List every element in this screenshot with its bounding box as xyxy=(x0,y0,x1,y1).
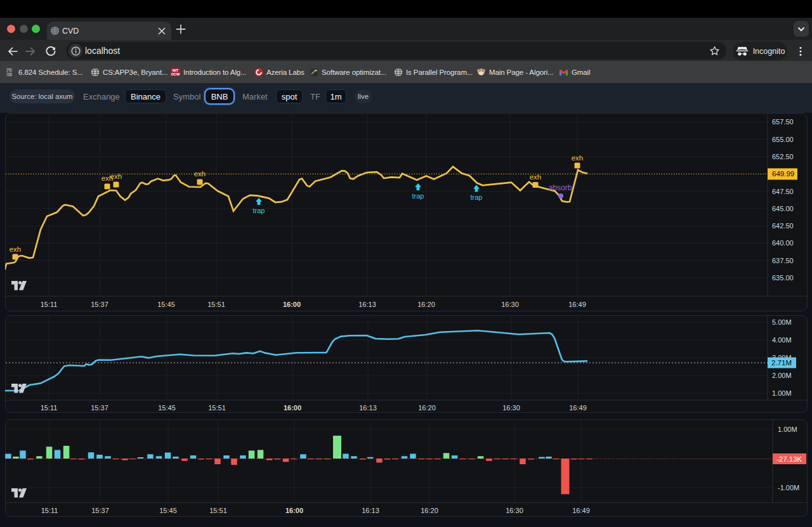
svg-text:exh: exh xyxy=(110,172,122,180)
svg-text:15:11: 15:11 xyxy=(41,301,58,308)
svg-text:652.50: 652.50 xyxy=(772,153,794,160)
svg-text:trap: trap xyxy=(412,192,424,200)
svg-text:OS: OS xyxy=(7,72,13,77)
svg-text:16:20: 16:20 xyxy=(421,507,438,514)
svg-text:5.00M: 5.00M xyxy=(772,318,792,326)
svg-text:635.00: 635.00 xyxy=(772,274,794,282)
svg-text:1.00M: 1.00M xyxy=(778,426,797,433)
svg-text:15:37: 15:37 xyxy=(91,404,108,412)
svg-text:16:49: 16:49 xyxy=(569,404,587,412)
svg-text:15:37: 15:37 xyxy=(91,301,108,308)
svg-text:trap: trap xyxy=(471,193,483,201)
svg-text:15:11: 15:11 xyxy=(41,507,58,514)
svg-text:15:51: 15:51 xyxy=(207,301,225,308)
svg-text:15:11: 15:11 xyxy=(41,404,58,412)
svg-text:OCW: OCW xyxy=(171,72,180,76)
svg-text:16:20: 16:20 xyxy=(417,301,435,308)
svg-text:-27.13K: -27.13K xyxy=(776,455,802,463)
svg-text:16:00: 16:00 xyxy=(283,301,301,308)
svg-text:16:49: 16:49 xyxy=(568,301,586,308)
svg-text:15:45: 15:45 xyxy=(158,404,176,412)
svg-text:absorb: absorb xyxy=(549,183,572,192)
svg-text:2.00M: 2.00M xyxy=(772,372,792,379)
svg-text:16:30: 16:30 xyxy=(502,404,520,412)
svg-text:637.50: 637.50 xyxy=(772,257,794,264)
svg-text:640.00: 640.00 xyxy=(772,239,794,247)
svg-text:exh: exh xyxy=(530,173,542,181)
svg-text:16:13: 16:13 xyxy=(359,404,377,412)
svg-text:16:49: 16:49 xyxy=(572,507,590,514)
svg-text:4.00M: 4.00M xyxy=(772,336,792,344)
svg-text:1.00M: 1.00M xyxy=(772,389,792,397)
svg-text:16:30: 16:30 xyxy=(506,507,523,514)
svg-text:16:20: 16:20 xyxy=(418,404,436,412)
svg-text:16:13: 16:13 xyxy=(358,301,376,308)
svg-text:649.99: 649.99 xyxy=(772,170,794,178)
svg-text:exh: exh xyxy=(10,245,22,253)
svg-text:15:45: 15:45 xyxy=(157,301,175,308)
svg-text:16:00: 16:00 xyxy=(285,507,303,514)
svg-text:655.00: 655.00 xyxy=(772,136,794,143)
svg-text:exh: exh xyxy=(572,154,584,162)
svg-text:647.50: 647.50 xyxy=(772,188,794,195)
svg-text:15:51: 15:51 xyxy=(208,404,226,412)
svg-text:16:13: 16:13 xyxy=(362,507,379,514)
svg-text:15:51: 15:51 xyxy=(209,507,227,514)
svg-text:2.71M: 2.71M xyxy=(771,359,792,367)
svg-text:16:00: 16:00 xyxy=(284,404,301,412)
svg-text:16:30: 16:30 xyxy=(501,301,519,308)
svg-text:657.50: 657.50 xyxy=(772,118,794,126)
svg-text:15:45: 15:45 xyxy=(159,507,177,514)
svg-text:15:37: 15:37 xyxy=(91,507,109,514)
svg-text:-1.00M: -1.00M xyxy=(778,484,799,491)
svg-text:642.50: 642.50 xyxy=(772,222,794,230)
svg-text:trap: trap xyxy=(253,207,265,214)
svg-text:645.00: 645.00 xyxy=(772,205,794,212)
svg-text:exh: exh xyxy=(194,170,206,178)
